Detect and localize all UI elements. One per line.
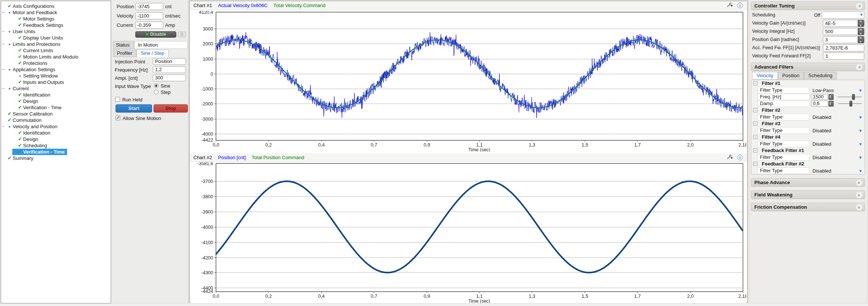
tab-velocity[interactable]: Velocity — [752, 72, 778, 79]
sidebar-item[interactable]: Settling Window — [1, 73, 111, 79]
frequency-input[interactable]: 1,2 — [153, 66, 186, 73]
collapse-section-icon[interactable] — [856, 64, 862, 70]
velocity-feedforward-input[interactable]: 1 — [823, 53, 864, 60]
friction-compensation-section[interactable]: Friction Compensation — [751, 203, 865, 211]
filter1-freq-slider[interactable] — [838, 97, 862, 97]
expand-section-icon[interactable] — [856, 204, 862, 211]
injection-point-select[interactable]: Position — [153, 58, 186, 65]
chart1-legend-velocity-command[interactable]: Total Velocity Command — [274, 3, 325, 8]
amplitude-input[interactable]: 300 — [153, 75, 186, 81]
sidebar-item[interactable]: Axis Configurations — [1, 3, 111, 9]
position-label: Position — [117, 4, 134, 9]
run-held-checkbox[interactable] — [115, 97, 120, 102]
sidebar-item[interactable]: − Application Settings — [1, 66, 111, 73]
velocity-gain-input[interactable]: 4E-5 — [823, 20, 858, 27]
step-radio[interactable] — [154, 90, 158, 94]
tree-expander[interactable]: − — [2, 85, 7, 92]
signal-probe-icon[interactable] — [727, 2, 733, 8]
tree-expander[interactable]: − — [2, 123, 7, 130]
tree-status-icon — [17, 79, 23, 85]
expand-section-icon[interactable] — [856, 180, 862, 186]
spinner-icon[interactable] — [858, 36, 864, 43]
sidebar-item[interactable]: Current Limits — [1, 47, 111, 54]
chart1-plot[interactable] — [190, 11, 747, 152]
sidebar-item[interactable]: Identification — [1, 92, 111, 98]
sidebar-item[interactable]: − Current — [1, 85, 111, 92]
status-value: In Motion — [134, 41, 187, 49]
filter1-damp-slider[interactable] — [838, 103, 862, 104]
collapse-icon[interactable] — [753, 81, 757, 85]
filter-type-select[interactable]: Disabled — [812, 127, 831, 134]
spinner-icon[interactable] — [858, 28, 864, 35]
tree-expander[interactable]: − — [2, 9, 7, 16]
phase-advance-section[interactable]: Phase Advance — [751, 178, 865, 187]
filter1-damp-input[interactable]: 0,6 — [811, 101, 828, 107]
collapse-icon[interactable] — [753, 122, 757, 126]
tab-position[interactable]: Position — [778, 72, 804, 79]
sidebar-item[interactable]: Motion Limits and Modulo — [1, 54, 111, 60]
collapse-icon[interactable] — [753, 162, 757, 166]
filter-type-select[interactable]: Disabled — [812, 154, 831, 161]
tree-expander[interactable]: − — [2, 66, 7, 73]
acc-feedforward-row: Acc. Feed Fw. FF[1] [A/(cnt/sec)] 2,7837… — [751, 44, 866, 52]
sidebar-item[interactable]: Sensor Calibration — [1, 111, 111, 117]
signal-probe-icon[interactable] — [727, 154, 733, 160]
sidebar-item[interactable]: Protections — [1, 60, 111, 66]
tree-expander[interactable]: − — [2, 28, 7, 35]
filter-type-select[interactable]: Disabled — [812, 141, 831, 148]
field-weakening-section[interactable]: Field Weakening — [751, 190, 865, 199]
position-value[interactable]: -3745 — [135, 3, 163, 10]
velocity-value[interactable]: -1100 — [135, 12, 163, 19]
filter1-freq-input[interactable]: 1500 — [811, 94, 828, 100]
tab-profiler[interactable]: Profiler — [113, 50, 136, 57]
chart2-plot[interactable] — [190, 162, 747, 303]
allow-sine-motion-checkbox[interactable] — [116, 116, 120, 120]
expand-section-icon[interactable] — [856, 192, 862, 198]
disable-button[interactable]: Disable — [135, 31, 176, 38]
chart2-legend-position-command[interactable]: Total Position Command — [252, 155, 304, 160]
tab-scheduling[interactable]: Scheduling — [804, 72, 837, 79]
sidebar-item[interactable]: Motor Settings — [1, 16, 111, 22]
filter-type-select[interactable]: Disabled — [812, 168, 831, 174]
sidebar-item[interactable]: − User Units — [1, 28, 111, 35]
zero-button[interactable]: 0 — [178, 32, 186, 37]
slider-handle[interactable] — [849, 101, 852, 107]
start-button[interactable]: Start — [116, 104, 152, 113]
advanced-filters-header: Advanced Filters — [751, 63, 865, 71]
info-icon[interactable] — [737, 3, 743, 8]
stop-button[interactable]: Stop — [154, 104, 188, 113]
chart1-legend-actual-velocity[interactable]: Actual Velocity 0x606C — [218, 3, 268, 8]
sidebar-item[interactable]: Inputs and Outputs — [1, 79, 111, 85]
sidebar-item[interactable]: Summary — [1, 155, 111, 161]
acc-feedforward-input[interactable]: 2,7837E-6 — [823, 44, 864, 51]
collapse-icon[interactable] — [753, 148, 757, 152]
sidebar-item[interactable]: Display User Units — [1, 35, 111, 41]
collapse-icon[interactable] — [753, 108, 757, 112]
filter-type-select[interactable]: Disabled — [812, 114, 831, 121]
collapse-icon[interactable] — [753, 135, 757, 139]
chart2-legend-position[interactable]: Position [cnt] — [218, 155, 246, 160]
info-icon[interactable] — [737, 155, 743, 160]
tab-sine-step[interactable]: Sine / Step — [136, 50, 168, 57]
slider-handle[interactable] — [852, 94, 855, 100]
sidebar-item[interactable]: Verification - Time — [1, 104, 111, 111]
sidebar-item[interactable]: − Motor and Feedback — [1, 9, 111, 16]
current-value[interactable]: -0,359 — [135, 22, 163, 29]
sidebar-item[interactable]: Scheduling — [1, 142, 111, 149]
spinner-icon[interactable] — [828, 101, 834, 107]
position-gain-input[interactable]: 3 — [823, 36, 858, 43]
collapse-section-icon[interactable] — [856, 3, 862, 9]
sidebar-item[interactable]: Identification — [1, 130, 111, 136]
spinner-icon[interactable] — [858, 20, 864, 27]
sidebar-item[interactable]: Feedback Settings — [1, 22, 111, 28]
sidebar-item[interactable]: Verification - Time — [1, 149, 111, 155]
sine-radio[interactable] — [154, 83, 158, 88]
sidebar-item[interactable]: − Velocity and Position — [1, 123, 111, 130]
sidebar-item[interactable]: Design — [1, 98, 111, 104]
tree-expander[interactable]: − — [2, 41, 7, 47]
sidebar-item[interactable]: − Limits and Protections — [1, 41, 111, 47]
sidebar-item[interactable]: Commutation — [1, 117, 111, 123]
scheduling-select[interactable] — [822, 12, 864, 19]
velocity-integral-input[interactable]: 500 — [823, 28, 858, 35]
sidebar-item[interactable]: Design — [1, 136, 111, 142]
